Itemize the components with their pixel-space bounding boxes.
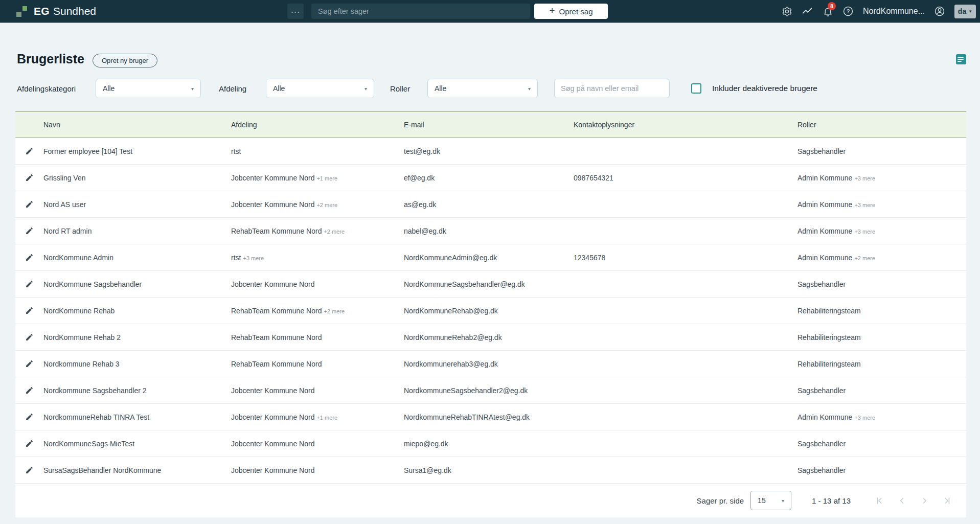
user-email: miepo@eg.dk xyxy=(404,440,574,448)
table-row[interactable]: Former employee [104] Test rtst test@eg.… xyxy=(15,138,966,165)
table-row[interactable]: Grissling Ven Jobcenter Kommune Nord+1 m… xyxy=(15,165,966,191)
user-email: NordKommuneSagsbehandler@eg.dk xyxy=(404,280,574,288)
edit-user-button[interactable] xyxy=(15,359,43,368)
notifications-bell-icon[interactable]: 8 xyxy=(822,6,833,17)
edit-user-button[interactable] xyxy=(15,413,43,421)
settings-gear-icon[interactable] xyxy=(781,6,792,17)
create-user-button[interactable]: Opret ny bruger xyxy=(93,54,157,67)
chevron-down-icon: ▼ xyxy=(968,9,972,14)
user-department: Jobcenter Kommune Nord xyxy=(231,440,404,448)
roles-filter-dropdown[interactable]: Alle ▾ xyxy=(427,79,538,98)
user-name: Nordkommune Sagsbehandler 2 xyxy=(43,386,231,395)
include-deactivated-checkbox[interactable] xyxy=(691,83,701,94)
table-row[interactable]: NordkommuneRehab TINRA Test Jobcenter Ko… xyxy=(15,404,966,430)
department-more-badge: +3 mere xyxy=(243,255,264,261)
first-page-icon[interactable] xyxy=(874,495,884,506)
header-email: E-mail xyxy=(404,121,574,129)
roles-filter-value: Alle xyxy=(435,84,446,93)
user-email: NordkommuneRehabTINRAtest@eg.dk xyxy=(404,413,574,421)
user-email: as@eg.dk xyxy=(404,200,574,209)
eg-logo-icon xyxy=(16,6,28,17)
edit-user-button[interactable] xyxy=(15,333,43,341)
table-row[interactable]: Nord AS user Jobcenter Kommune Nord+2 me… xyxy=(15,191,966,218)
edit-user-button[interactable] xyxy=(15,439,43,448)
user-name: Former employee [104] Test xyxy=(43,147,231,155)
user-search-input[interactable] xyxy=(555,84,669,93)
user-name: Nord AS user xyxy=(43,200,231,209)
pagination-controls xyxy=(874,495,952,506)
roles-filter-label: Roller xyxy=(390,84,410,93)
edit-user-button[interactable] xyxy=(15,466,43,474)
brand-logo[interactable]: EG Sundhed xyxy=(16,0,96,22)
pagination-range-label: 1 - 13 af 13 xyxy=(812,496,851,505)
last-page-icon[interactable] xyxy=(942,495,952,506)
table-row[interactable]: SursaSagsBehandler NordKommune Jobcenter… xyxy=(15,457,966,484)
category-filter-dropdown[interactable]: Alle ▾ xyxy=(96,79,201,98)
table-row[interactable]: NordKommune Rehab RehabTeam Kommune Nord… xyxy=(15,298,966,324)
edit-user-button[interactable] xyxy=(15,173,43,182)
page-size-dropdown[interactable]: 15 ▾ xyxy=(750,491,791,510)
language-label: da xyxy=(958,7,966,15)
table-row[interactable]: NordKommune Sagsbehandler Jobcenter Komm… xyxy=(15,271,966,298)
table-body: Former employee [104] Test rtst test@eg.… xyxy=(15,138,966,484)
user-email: NordKommuneRehab@eg.dk xyxy=(404,307,574,315)
user-role: Rehabiliteringsteam xyxy=(797,360,966,368)
case-search xyxy=(311,4,530,19)
category-filter-label: Afdelingskategori xyxy=(17,84,76,93)
edit-pencil-icon xyxy=(25,439,34,448)
page-size-label: Sager pr. side xyxy=(697,496,744,505)
organization-label[interactable]: NordKommune... xyxy=(863,7,925,16)
user-email: NordKommuneAdmin@eg.dk xyxy=(404,254,574,262)
edit-user-button[interactable] xyxy=(15,386,43,395)
edit-user-button[interactable] xyxy=(15,280,43,288)
more-menu-button[interactable]: ··· xyxy=(287,4,304,19)
table-row[interactable]: Nordkommune Sagsbehandler 2 Jobcenter Ko… xyxy=(15,377,966,404)
topbar-center: ··· + Opret sag xyxy=(287,4,608,19)
table-row[interactable]: Nordkommune Rehab 3 RehabTeam Kommune No… xyxy=(15,351,966,377)
department-more-badge: +1 mere xyxy=(316,175,337,181)
user-department: Jobcenter Kommune Nord xyxy=(231,466,404,474)
edit-pencil-icon xyxy=(25,466,34,474)
edit-user-button[interactable] xyxy=(15,253,43,262)
edit-pencil-icon xyxy=(25,147,34,155)
user-name: NordKommune Rehab xyxy=(43,307,231,315)
include-deactivated-label: Inkluder deaktiverede brugere xyxy=(712,84,817,93)
chevron-down-icon: ▾ xyxy=(191,86,194,92)
chevron-down-icon: ▾ xyxy=(782,498,784,504)
previous-page-icon[interactable] xyxy=(897,495,907,506)
case-search-input[interactable] xyxy=(311,7,530,15)
user-email: Nordkommunerehab3@eg.dk xyxy=(404,360,574,368)
user-role: Sagsbehandler xyxy=(797,386,966,395)
create-case-button[interactable]: + Opret sag xyxy=(534,4,608,19)
table-footer: Sager pr. side 15 ▾ 1 - 13 af 13 xyxy=(15,484,966,517)
edit-user-button[interactable] xyxy=(15,147,43,155)
user-role: Admin Kommune+3 mere xyxy=(797,227,966,235)
department-filter-dropdown[interactable]: Alle ▾ xyxy=(266,79,374,98)
activity-trend-icon[interactable] xyxy=(802,6,813,17)
page-size-value: 15 xyxy=(758,496,766,505)
user-name: NordKommuneSags MieTest xyxy=(43,440,231,448)
account-person-icon[interactable] xyxy=(934,6,945,17)
table-row[interactable]: NordKommune Admin rtst+3 mere NordKommun… xyxy=(15,244,966,271)
list-view-icon[interactable] xyxy=(956,54,966,64)
role-more-badge: +3 mere xyxy=(854,202,875,208)
table-header-row: Navn Afdeling E-mail Kontaktoplysninger … xyxy=(15,111,966,138)
table-row[interactable]: NordKommune Rehab 2 RehabTeam Kommune No… xyxy=(15,324,966,351)
table-row[interactable]: NordKommuneSags MieTest Jobcenter Kommun… xyxy=(15,430,966,457)
user-department: Jobcenter Kommune Nord xyxy=(231,280,404,288)
role-more-badge: +2 mere xyxy=(854,255,875,261)
table-row[interactable]: Nord RT admin RehabTeam Kommune Nord+2 m… xyxy=(15,218,966,244)
notification-badge: 8 xyxy=(828,2,836,10)
user-department: RehabTeam Kommune Nord xyxy=(231,333,404,341)
language-selector[interactable]: da ▼ xyxy=(954,5,976,18)
edit-user-button[interactable] xyxy=(15,200,43,209)
next-page-icon[interactable] xyxy=(919,495,929,506)
user-department: Jobcenter Kommune Nord+2 mere xyxy=(231,200,404,209)
edit-user-button[interactable] xyxy=(15,306,43,315)
user-role: Admin Kommune+3 mere xyxy=(797,200,966,209)
filter-bar: Afdelingskategori Alle ▾ Afdeling Alle ▾… xyxy=(0,79,980,98)
help-icon[interactable]: ? xyxy=(842,6,854,17)
role-more-badge: +3 mere xyxy=(854,415,875,421)
user-role: Rehabiliteringsteam xyxy=(797,333,966,341)
edit-user-button[interactable] xyxy=(15,226,43,235)
